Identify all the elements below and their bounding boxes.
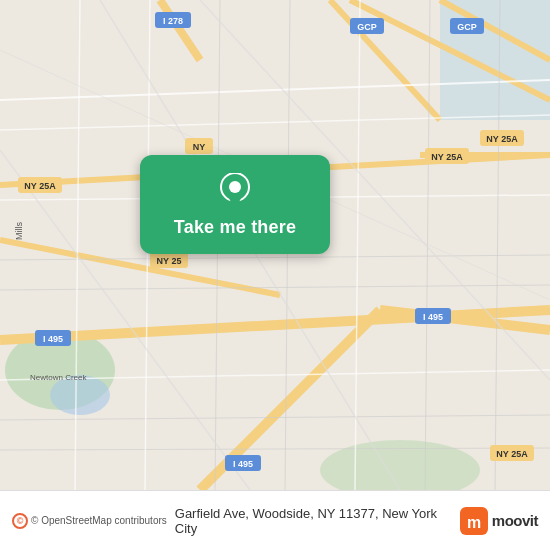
address-text: Garfield Ave, Woodside, NY 11377, New Yo… — [175, 506, 452, 536]
svg-text:NY 25A: NY 25A — [431, 152, 463, 162]
moovit-icon: m — [460, 507, 488, 535]
map-container: I 278 GCP GCP NY 25A NY 25A NY 25A NY NY… — [0, 0, 550, 490]
svg-text:NY: NY — [193, 142, 206, 152]
osm-label: © OpenStreetMap contributors — [31, 515, 167, 526]
svg-text:GCP: GCP — [457, 22, 477, 32]
svg-text:GCP: GCP — [357, 22, 377, 32]
svg-text:NY 25A: NY 25A — [496, 449, 528, 459]
svg-text:Newtown Creek: Newtown Creek — [30, 373, 87, 382]
moovit-text: moovit — [492, 512, 538, 529]
take-me-there-button[interactable]: Take me there — [174, 217, 296, 238]
osm-attribution: © © OpenStreetMap contributors — [12, 513, 167, 529]
take-me-there-container[interactable]: Take me there — [140, 155, 330, 254]
svg-text:I 495: I 495 — [43, 334, 63, 344]
action-card: Take me there — [140, 155, 330, 254]
svg-marker-62 — [227, 195, 243, 209]
svg-text:NY 25: NY 25 — [157, 256, 182, 266]
svg-point-61 — [229, 181, 241, 193]
moovit-logo: m moovit — [460, 507, 538, 535]
svg-text:I 495: I 495 — [423, 312, 443, 322]
location-pin-icon — [217, 173, 253, 209]
svg-text:m: m — [467, 514, 481, 531]
bottom-bar: © © OpenStreetMap contributors Garfield … — [0, 490, 550, 550]
svg-text:Mills: Mills — [14, 222, 24, 240]
svg-text:NY 25A: NY 25A — [486, 134, 518, 144]
osm-icon: © — [12, 513, 28, 529]
svg-text:I 495: I 495 — [233, 459, 253, 469]
svg-text:I 278: I 278 — [163, 16, 183, 26]
svg-text:NY 25A: NY 25A — [24, 181, 56, 191]
